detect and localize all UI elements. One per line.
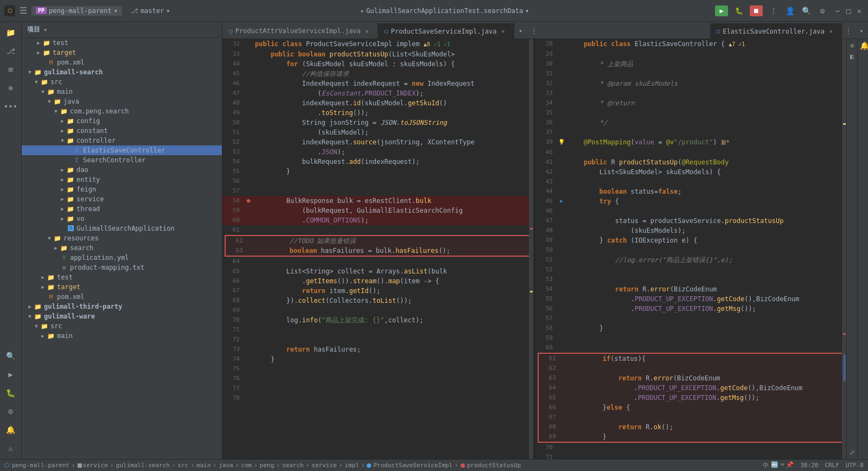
tree-label-yml: application.yml: [70, 254, 129, 262]
sidebar-icon-more[interactable]: •••: [2, 98, 20, 115]
folder-icon-service: 📁: [66, 195, 75, 203]
branch-selector[interactable]: ⎇ master ▾: [126, 6, 175, 16]
tree-item-service[interactable]: ▶ 📁 service: [22, 194, 222, 204]
status-project[interactable]: peng-mall-parent: [12, 462, 69, 469]
tree-item-constant[interactable]: ▶ 📁 constant: [22, 126, 222, 136]
status-com[interactable]: com: [241, 462, 252, 469]
tree-item-thread[interactable]: ▶ 📁 thread: [22, 204, 222, 214]
sidebar-icon-problems[interactable]: ⚠: [2, 440, 20, 457]
status-peng[interactable]: peng: [260, 462, 275, 469]
close-button[interactable]: ✕: [855, 7, 864, 15]
right-toolbar-icon-1[interactable]: ≡: [848, 41, 857, 50]
sidebar-icon-find[interactable]: 🔍: [2, 347, 20, 365]
tree-item-elastic-save-controller[interactable]: ▶ C ElasticSaveController: [22, 145, 222, 155]
tab-close-product-attr[interactable]: ✕: [363, 27, 371, 35]
sidebar-icon-structure[interactable]: ⊞: [2, 61, 20, 78]
tree-item-com-peng-search[interactable]: ▼ 📁 com.peng.search: [22, 106, 222, 116]
status-line-ending[interactable]: CRLF: [825, 462, 839, 469]
status-service2[interactable]: service: [311, 462, 336, 469]
tree-item-gulimall-search[interactable]: ▼ 📁 gulimall-search: [22, 67, 222, 77]
tree-item-search-dir[interactable]: ▶ 📁 search: [22, 243, 222, 253]
tab-close-elastic-save[interactable]: ✕: [827, 28, 835, 35]
minimize-button[interactable]: −: [833, 7, 842, 15]
sidebar-icon-project[interactable]: 📁: [2, 24, 20, 41]
line-num-48: 48: [222, 98, 244, 108]
right-tabs-options[interactable]: ⋮: [842, 23, 855, 39]
status-encoding[interactable]: UTF-8: [846, 462, 864, 469]
stop-button[interactable]: ⏹: [750, 5, 763, 16]
line-content-66: .getItems()).stream().map(item -> {: [253, 276, 533, 286]
tree-item-resources[interactable]: ▼ 📁 resources: [22, 233, 222, 243]
tree-item-config[interactable]: ▶ 📁 config: [22, 116, 222, 126]
folder-icon-src: 📁: [40, 78, 49, 86]
tree-item-gulimall-app[interactable]: ▶ 🅰 GulimallSearchApplication: [22, 224, 222, 233]
right-toolbar-icon-2[interactable]: ◧: [848, 52, 857, 61]
right-line-content-34: * @return: [566, 98, 846, 108]
more-actions-button[interactable]: ⋮: [768, 5, 779, 16]
run-button[interactable]: ▶: [715, 5, 728, 16]
search-everywhere-button[interactable]: 🔍: [801, 5, 812, 16]
tree-item-vo[interactable]: ▶ 📁 vo: [22, 214, 222, 224]
settings-button[interactable]: ⚙: [817, 5, 828, 16]
tree-item-java[interactable]: ▼ 📁 java: [22, 97, 222, 106]
tab-product-save[interactable]: ○ ProductSaveServiceImpl.java ✕: [378, 23, 514, 39]
sidebar-icon-plugins[interactable]: ⊕: [2, 79, 20, 97]
tree-item-test2[interactable]: ▶ 📁 test: [22, 272, 222, 282]
right-tabs-more[interactable]: ▾: [855, 23, 868, 39]
sidebar-icon-commit[interactable]: ⎇: [2, 42, 20, 60]
status-search[interactable]: search: [282, 462, 304, 469]
tree-item-search-controller[interactable]: ▶ C SearchController: [22, 155, 222, 165]
project-tree-dropdown[interactable]: ▾: [43, 26, 47, 34]
line-content-49: .toString());: [253, 108, 533, 118]
tree-label-controller: controller: [76, 137, 116, 144]
tabs-more-button[interactable]: ▾: [514, 23, 527, 39]
tree-item-main2[interactable]: ▶ 📁 main: [22, 331, 222, 341]
tab-product-attr[interactable]: ○ ProductAttrValueServiceImpl.java ✕: [222, 23, 378, 39]
sidebar-icon-notifications[interactable]: 🔔: [2, 421, 20, 438]
maximize-button[interactable]: □: [844, 7, 853, 15]
tree-item-main[interactable]: ▼ 📁 main: [22, 87, 222, 97]
status-src[interactable]: src: [178, 462, 189, 469]
tree-item-dao[interactable]: ▶ 📁 dao: [22, 165, 222, 175]
tree-item-feign[interactable]: ▶ 📁 feign: [22, 184, 222, 194]
tree-item-src2[interactable]: ▼ 📁 src: [22, 321, 222, 331]
tree-item-product-mapping[interactable]: ▶ ≡ product-mapping.txt: [22, 263, 222, 272]
sidebar-icon-services[interactable]: ⚙: [2, 403, 20, 420]
tree-item-test[interactable]: ▶ 📁 test: [22, 38, 222, 48]
sidebar-icon-debug[interactable]: 🐛: [2, 384, 20, 402]
tree-item-src[interactable]: ▼ 📁 src: [22, 77, 222, 87]
project-selector[interactable]: PP peng-mall-parent ▾: [31, 6, 122, 16]
status-position[interactable]: 38:20: [800, 462, 818, 469]
profile-button[interactable]: 👤: [784, 5, 795, 16]
status-impl[interactable]: impl: [344, 462, 359, 469]
hamburger-menu[interactable]: ☰: [20, 5, 27, 16]
right-code-area[interactable]: 28 public class ElasticSaveController { …: [535, 39, 846, 459]
tree-item-target2[interactable]: ▶ 📁 target: [22, 282, 222, 292]
tree-item-pom2[interactable]: ▶ M pom.xml: [22, 292, 222, 302]
sidebar-icon-run[interactable]: ▶: [2, 366, 20, 383]
tree-item-application-yml[interactable]: ▶ Y application.yml: [22, 253, 222, 263]
left-code-area[interactable]: 32 public class ProductSaveServiceImpl i…: [222, 39, 533, 459]
tree-item-pom[interactable]: ▶ M pom.xml: [22, 58, 222, 67]
status-java[interactable]: java: [219, 462, 233, 469]
tree-item-gulimall-third-party[interactable]: ▶ 📁 gulimall-third-party: [22, 302, 222, 311]
status-folder-service[interactable]: service: [78, 462, 108, 469]
tree-item-target[interactable]: ▶ 📁 target: [22, 48, 222, 58]
folder-icon-gulimall-ware: 📁: [34, 312, 42, 321]
tree-item-controller[interactable]: ▼ 📁 controller: [22, 136, 222, 145]
window-controls: − □ ✕: [833, 7, 864, 15]
tabs-options-button[interactable]: ⋮: [527, 23, 540, 39]
right-gutter-38: 💡: [557, 137, 566, 147]
status-class[interactable]: ProductSaveServiceImpl: [367, 462, 452, 469]
notification-icon[interactable]: 🔔: [860, 41, 868, 50]
status-module[interactable]: gulimall-search: [116, 462, 170, 469]
right-toolbar-icon-3[interactable]: ⤢: [848, 448, 857, 457]
tab-close-product-save[interactable]: ✕: [500, 28, 507, 35]
tree-item-entity[interactable]: ▶ 📁 entity: [22, 175, 222, 184]
status-main[interactable]: main: [196, 462, 211, 469]
tab-elastic-save[interactable]: ○ ElasticSaveController.java ✕: [710, 23, 842, 39]
debug-button[interactable]: 🐛: [733, 5, 744, 16]
line-num-52: 52: [222, 137, 244, 147]
tree-item-gulimall-ware[interactable]: ▼ 📁 gulimall-ware: [22, 311, 222, 321]
status-method[interactable]: productStatusUp: [461, 462, 521, 469]
